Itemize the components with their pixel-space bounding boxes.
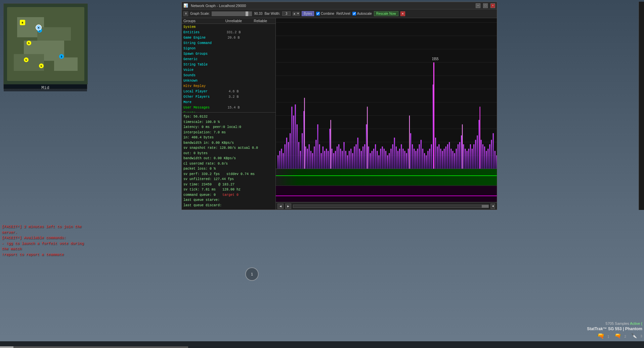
svg-rect-43 [329, 129, 330, 169]
chart-scrollbar-thumb[interactable] [482, 205, 488, 208]
maximize-button[interactable]: □ [483, 3, 488, 8]
item-slot-label: 1 [251, 272, 253, 276]
last-queue-discard-value: last queue discard: [183, 204, 222, 207]
svg-rect-56 [350, 149, 351, 169]
combine-checkbox-label[interactable]: Combine [316, 12, 334, 15]
in-bytes-value: in: 408.4 bytes [183, 136, 214, 139]
sv-unfiltered-value: sv unfiltered: 127.44 fps [183, 177, 234, 181]
row-otherplayers-name: Other Players [183, 94, 220, 100]
row-more-name: More [183, 100, 220, 105]
table-row: System [183, 25, 274, 30]
close-button[interactable]: ✕ [490, 3, 495, 8]
svg-rect-132 [475, 140, 476, 169]
row-otherplayers-rel [247, 94, 274, 100]
player-dot-3: 3 [59, 54, 64, 59]
svg-rect-100 [424, 153, 425, 169]
svg-rect-99 [422, 149, 423, 169]
window-title: Network Graph - Localhost:29000 [191, 4, 473, 8]
row-stringtable-name: String Table [183, 62, 220, 68]
svg-rect-61 [359, 149, 360, 169]
svg-rect-55 [349, 151, 350, 169]
bar-width-input[interactable] [282, 11, 291, 16]
svg-rect-130 [472, 149, 473, 169]
svg-rect-123 [461, 135, 462, 169]
rescale-button[interactable]: Rescale Now [374, 11, 398, 16]
bar-width-down[interactable]: ▼ [296, 12, 300, 16]
chart-scrollbar[interactable] [293, 205, 489, 208]
peer-local-value: peer:0 local:0 [213, 125, 241, 130]
minimap-canvas: B 2 5 3 5 5 ● [4, 4, 88, 84]
autoscale-checkbox[interactable] [352, 12, 356, 15]
svg-rect-93 [412, 144, 413, 169]
weapon-icons-row: 🔫 1 🔫 2 🔪 3 [597, 332, 642, 340]
col-reliable-header: Reliable [247, 19, 274, 23]
svg-rect-126 [465, 149, 466, 169]
rel-unrel-label: Rel/Unrel [336, 12, 350, 15]
svg-rect-88 [404, 151, 405, 169]
svg-rect-18 [288, 142, 289, 169]
weapon-slot-2: 🔫 2 [614, 333, 627, 339]
svg-rect-78 [387, 155, 388, 169]
chart-expand-button[interactable]: ◀ [490, 204, 495, 209]
svg-rect-95 [415, 151, 416, 169]
svg-rect-85 [399, 149, 400, 169]
row-sounds-rel [247, 73, 274, 78]
stats-latency-row: latency: 0 ms peer:0 local:0 [183, 125, 274, 130]
row-usermessages-name: User Messages [183, 105, 220, 111]
svg-rect-52 [344, 142, 345, 169]
stats-packetloss-row: packet loss: 0 % [183, 166, 274, 172]
row-localplayer-unrel: 4.6 B [220, 89, 247, 94]
svg-rect-91 [409, 116, 410, 169]
svg-rect-16 [285, 144, 286, 169]
minimize-button[interactable]: ─ [476, 3, 480, 8]
stats-usercmd-row: cl usercmd rate: 0.0/s [183, 161, 274, 167]
weapon-name: StatTrak™ SG 553 | Phantom [587, 327, 642, 331]
pause-button[interactable]: ⏸ [183, 11, 188, 16]
svg-rect-109 [437, 146, 438, 169]
graph-scale-slider[interactable] [212, 11, 252, 16]
minimap: B 2 5 3 5 5 ● Mid [3, 3, 87, 89]
row-gameengine-unrel: 20.6 B [220, 35, 247, 41]
x-button[interactable]: ✕ [400, 11, 405, 16]
stats-svunfiltered-row: sv unfiltered: 127.44 fps [183, 177, 274, 182]
svg-rect-140 [487, 149, 488, 169]
autoscale-label: Autoscale [357, 12, 372, 15]
svg-rect-103 [429, 149, 430, 169]
sv-perf-value: sv perf: 339.2 fps [183, 172, 220, 177]
bytes-button[interactable]: Bytes [302, 11, 314, 16]
svg-rect-54 [347, 155, 348, 169]
stats-svperf-row: sv perf: 339.2 fps stddev 0.74 ms [183, 172, 274, 177]
row-generic-unrel [220, 57, 247, 62]
chart-forward-button[interactable]: ▶ [285, 204, 291, 209]
row-otherplayers-unrel: 3.2 B [220, 94, 247, 100]
chat-msg-3: - !gg to launch a forfeit vote during th… [2, 241, 92, 252]
stats-svtime-row: sv time: 23459 @ 183.27 [183, 182, 274, 187]
svg-rect-142 [491, 140, 492, 169]
combine-checkbox[interactable] [316, 12, 320, 15]
progress-bar[interactable] [0, 346, 188, 348]
svg-rect-80 [390, 149, 391, 169]
svg-rect-26 [302, 133, 303, 169]
svg-rect-84 [397, 151, 398, 169]
chart-back-button[interactable]: ◀ [277, 204, 284, 209]
svg-rect-20 [291, 107, 292, 169]
row-signon-name: Signon [183, 46, 220, 51]
svg-rect-51 [342, 151, 343, 169]
autoscale-checkbox-label[interactable]: Autoscale [352, 12, 372, 15]
green-line [276, 175, 497, 176]
weapon-slot-1: 🔫 1 [597, 332, 609, 340]
svg-rect-134 [479, 120, 480, 169]
svg-rect-83 [396, 146, 397, 169]
svg-rect-53 [345, 151, 346, 169]
col-unreliable-header: Unreliable [220, 19, 247, 23]
chat-area: [FACEIT^] 2 minutes left to join the ser… [2, 224, 92, 257]
stats-timescale-row: timescale: 100.0 % [183, 120, 274, 125]
hz-value: 128.00 hz [222, 187, 241, 192]
player-dot-5: 5 [39, 63, 44, 68]
svg-rect-63 [362, 146, 363, 169]
stats-bwout-row: bandwidth out: 0.00 KBps/s [183, 156, 274, 161]
svg-rect-57 [352, 153, 353, 169]
bar-width-up[interactable]: ▲ [293, 12, 296, 16]
weapon-icon-knife: 🔪 [631, 333, 637, 339]
progress-fill [0, 346, 13, 348]
